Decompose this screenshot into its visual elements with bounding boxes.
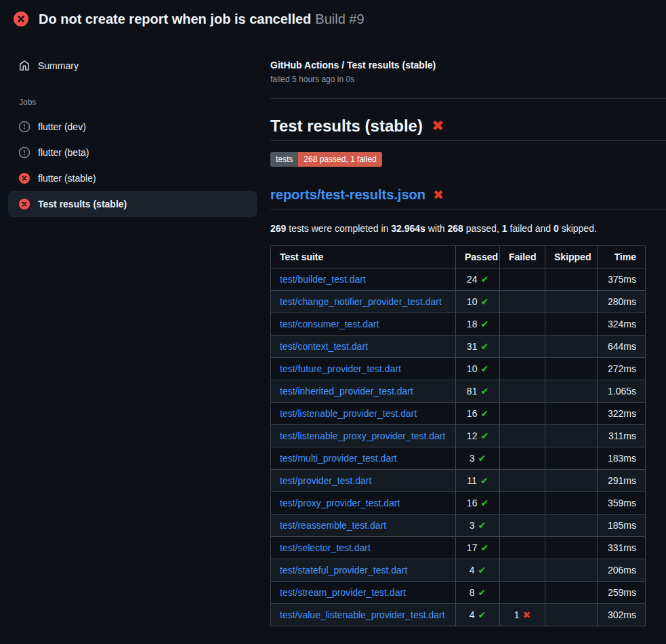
sidebar-item-flutter-dev[interactable]: flutter (dev) xyxy=(8,114,257,140)
suite-cell: test/inherited_provider_test.dart xyxy=(271,380,456,403)
summary-text: failed and xyxy=(507,223,554,234)
check-icon: ✔ xyxy=(478,587,486,598)
suite-link[interactable]: test/consumer_test.dart xyxy=(280,319,379,329)
suite-link[interactable]: test/future_provider_test.dart xyxy=(280,363,401,374)
results-table-body: test/builder_test.dart24✔375mstest/chang… xyxy=(271,268,646,626)
table-row: test/future_provider_test.dart10✔272ms xyxy=(271,358,646,380)
suite-link[interactable]: test/proxy_provider_test.dart xyxy=(280,498,400,508)
time-cell: 280ms xyxy=(598,291,646,313)
check-icon: ✔ xyxy=(480,274,488,285)
time-cell: 259ms xyxy=(598,582,646,604)
suite-link[interactable]: test/inherited_provider_test.dart xyxy=(280,386,413,397)
skipped-cell xyxy=(545,336,598,358)
suite-link[interactable]: test/multi_provider_test.dart xyxy=(280,453,397,464)
skipped-cell xyxy=(545,291,598,313)
check-icon: ✔ xyxy=(480,319,488,329)
skipped-cell xyxy=(545,604,598,626)
x-icon: ✖ xyxy=(523,609,531,620)
summary-number: 1 xyxy=(502,223,507,234)
failed-status-icon xyxy=(19,199,30,209)
check-run-header: GitHub Actions / Test results (stable) f… xyxy=(270,60,666,99)
sidebar-item-flutter-beta[interactable]: flutter (beta) xyxy=(8,140,257,165)
failed-cell xyxy=(500,447,545,470)
time-cell: 206ms xyxy=(598,559,646,582)
suite-link[interactable]: test/value_listenable_provider_test.dart xyxy=(280,609,445,620)
count-value: 81 xyxy=(467,386,478,397)
suite-link[interactable]: test/stateful_provider_test.dart xyxy=(280,565,407,576)
suite-link[interactable]: test/reassemble_test.dart xyxy=(280,520,386,531)
column-header-time: Time xyxy=(598,246,646,268)
table-row: test/builder_test.dart24✔375ms xyxy=(271,268,646,291)
skipped-cell xyxy=(545,582,598,604)
suite-link[interactable]: test/change_notifier_provider_test.dart xyxy=(280,296,442,307)
table-row: test/stateful_provider_test.dart4✔206ms xyxy=(271,559,646,582)
failed-cell xyxy=(500,515,545,537)
time-cell: 359ms xyxy=(598,492,646,515)
count-value: 8 xyxy=(470,587,475,598)
passed-cell: 16✔ xyxy=(456,492,500,515)
table-row: test/reassemble_test.dart3✔185ms xyxy=(271,515,646,537)
sidebar-item-test-results-stable[interactable]: Test results (stable) xyxy=(8,191,257,217)
report-link[interactable]: reports/test-results.json xyxy=(270,187,425,202)
table-row: test/listenable_proxy_provider_test.dart… xyxy=(271,425,646,447)
failed-cell xyxy=(500,268,545,291)
column-header-test-suite: Test suite xyxy=(271,246,456,268)
suite-cell: test/multi_provider_test.dart xyxy=(271,447,456,470)
workflow-run-title: Do not create report when job is cancell… xyxy=(39,12,311,26)
suite-link[interactable]: test/builder_test.dart xyxy=(280,274,366,285)
suite-link[interactable]: test/provider_test.dart xyxy=(280,475,371,486)
run-status-line: failed 5 hours ago in 0s xyxy=(270,75,666,84)
summary-text: tests were completed in xyxy=(286,223,391,234)
count-value: 16 xyxy=(467,498,478,508)
skipped-cell xyxy=(545,470,598,492)
check-icon: ✔ xyxy=(480,430,488,441)
check-icon: ✔ xyxy=(480,296,488,307)
sidebar-item-flutter-stable[interactable]: flutter (stable) xyxy=(8,165,257,191)
suite-cell: test/stateful_provider_test.dart xyxy=(271,559,456,582)
count-value: 18 xyxy=(467,319,478,329)
table-row: test/consumer_test.dart18✔324ms xyxy=(271,313,646,336)
count-value: 24 xyxy=(467,274,478,285)
table-row: test/proxy_provider_test.dart16✔359ms xyxy=(271,492,646,515)
suite-cell: test/selector_test.dart xyxy=(271,537,456,559)
check-icon: ✔ xyxy=(480,386,488,397)
skipped-cell xyxy=(545,559,598,582)
build-number: Build #9 xyxy=(315,12,364,26)
time-cell: 331ms xyxy=(598,537,646,559)
failed-cell xyxy=(500,336,545,358)
table-row: test/multi_provider_test.dart3✔183ms xyxy=(271,447,646,470)
suite-link[interactable]: test/stream_provider_test.dart xyxy=(280,587,406,598)
passed-cell: 24✔ xyxy=(456,268,500,291)
sidebar-item-summary[interactable]: Summary xyxy=(8,53,257,79)
failed-cell xyxy=(500,470,545,492)
check-icon: ✔ xyxy=(480,498,488,508)
failed-x-icon: ✖ xyxy=(432,119,444,134)
suite-cell: test/change_notifier_provider_test.dart xyxy=(271,291,456,313)
table-row: test/listenable_provider_test.dart16✔322… xyxy=(271,403,646,425)
passed-cell: 10✔ xyxy=(456,358,500,380)
count-value: 11 xyxy=(467,475,477,486)
passed-cell: 31✔ xyxy=(456,336,500,358)
count-value: 3 xyxy=(470,453,475,464)
table-header: Test suite Passed Failed Skipped Time xyxy=(271,246,646,268)
skipped-cell xyxy=(545,425,598,447)
column-header-passed: Passed xyxy=(456,246,500,268)
section-title-row: Test results (stable) ✖ xyxy=(270,116,666,141)
passed-cell: 16✔ xyxy=(456,403,500,425)
suite-link[interactable]: test/listenable_provider_test.dart xyxy=(280,408,417,419)
column-header-skipped: Skipped xyxy=(545,246,598,268)
suite-link[interactable]: test/listenable_proxy_provider_test.dart xyxy=(280,430,445,441)
main-layout: Summary Jobs flutter (dev) flutter (beta… xyxy=(0,37,666,626)
report-title: reports/test-results.json xyxy=(270,186,425,203)
column-header-failed: Failed xyxy=(500,246,545,268)
failed-x-icon: ✖ xyxy=(433,188,444,201)
suite-link[interactable]: test/context_test.dart xyxy=(280,341,368,352)
table-header-row: Test suite Passed Failed Skipped Time xyxy=(271,246,646,268)
sidebar: Summary Jobs flutter (dev) flutter (beta… xyxy=(0,37,270,217)
job-label: flutter (dev) xyxy=(38,121,86,132)
count-value: 1 xyxy=(514,609,520,620)
failed-cell xyxy=(500,559,545,582)
main-content: GitHub Actions / Test results (stable) f… xyxy=(270,37,666,626)
suite-link[interactable]: test/selector_test.dart xyxy=(280,542,371,553)
passed-cell: 3✔ xyxy=(456,515,500,537)
